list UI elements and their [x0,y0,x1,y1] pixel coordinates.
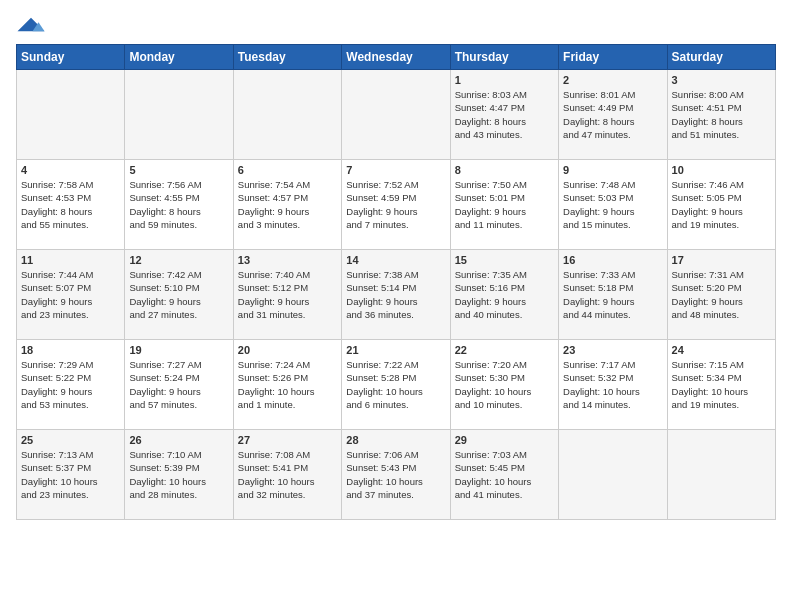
calendar-cell: 4Sunrise: 7:58 AM Sunset: 4:53 PM Daylig… [17,160,125,250]
day-info: Sunrise: 7:31 AM Sunset: 5:20 PM Dayligh… [672,268,771,321]
calendar-cell [17,70,125,160]
day-info: Sunrise: 7:46 AM Sunset: 5:05 PM Dayligh… [672,178,771,231]
day-number: 3 [672,74,771,86]
day-number: 18 [21,344,120,356]
day-info: Sunrise: 7:48 AM Sunset: 5:03 PM Dayligh… [563,178,662,231]
day-info: Sunrise: 7:52 AM Sunset: 4:59 PM Dayligh… [346,178,445,231]
calendar-cell: 26Sunrise: 7:10 AM Sunset: 5:39 PM Dayli… [125,430,233,520]
day-info: Sunrise: 8:01 AM Sunset: 4:49 PM Dayligh… [563,88,662,141]
day-info: Sunrise: 7:06 AM Sunset: 5:43 PM Dayligh… [346,448,445,501]
day-number: 11 [21,254,120,266]
day-info: Sunrise: 7:42 AM Sunset: 5:10 PM Dayligh… [129,268,228,321]
day-number: 23 [563,344,662,356]
day-number: 2 [563,74,662,86]
calendar-cell: 12Sunrise: 7:42 AM Sunset: 5:10 PM Dayli… [125,250,233,340]
calendar-table: SundayMondayTuesdayWednesdayThursdayFrid… [16,44,776,520]
day-number: 8 [455,164,554,176]
day-number: 10 [672,164,771,176]
day-number: 7 [346,164,445,176]
day-info: Sunrise: 7:44 AM Sunset: 5:07 PM Dayligh… [21,268,120,321]
day-number: 9 [563,164,662,176]
day-info: Sunrise: 7:40 AM Sunset: 5:12 PM Dayligh… [238,268,337,321]
day-info: Sunrise: 7:22 AM Sunset: 5:28 PM Dayligh… [346,358,445,411]
day-info: Sunrise: 7:10 AM Sunset: 5:39 PM Dayligh… [129,448,228,501]
day-info: Sunrise: 7:24 AM Sunset: 5:26 PM Dayligh… [238,358,337,411]
day-number: 17 [672,254,771,266]
day-info: Sunrise: 7:03 AM Sunset: 5:45 PM Dayligh… [455,448,554,501]
calendar-cell [125,70,233,160]
calendar-cell [667,430,775,520]
calendar-cell: 13Sunrise: 7:40 AM Sunset: 5:12 PM Dayli… [233,250,341,340]
calendar-cell: 8Sunrise: 7:50 AM Sunset: 5:01 PM Daylig… [450,160,558,250]
weekday-header: Sunday [17,45,125,70]
weekday-header: Saturday [667,45,775,70]
day-number: 21 [346,344,445,356]
day-info: Sunrise: 7:15 AM Sunset: 5:34 PM Dayligh… [672,358,771,411]
day-number: 13 [238,254,337,266]
day-number: 5 [129,164,228,176]
calendar-cell: 27Sunrise: 7:08 AM Sunset: 5:41 PM Dayli… [233,430,341,520]
calendar-cell: 7Sunrise: 7:52 AM Sunset: 4:59 PM Daylig… [342,160,450,250]
header [16,16,776,36]
calendar-cell: 18Sunrise: 7:29 AM Sunset: 5:22 PM Dayli… [17,340,125,430]
logo-icon [16,16,46,36]
calendar-cell: 3Sunrise: 8:00 AM Sunset: 4:51 PM Daylig… [667,70,775,160]
day-info: Sunrise: 7:38 AM Sunset: 5:14 PM Dayligh… [346,268,445,321]
day-info: Sunrise: 7:27 AM Sunset: 5:24 PM Dayligh… [129,358,228,411]
day-number: 6 [238,164,337,176]
day-number: 25 [21,434,120,446]
calendar-cell: 15Sunrise: 7:35 AM Sunset: 5:16 PM Dayli… [450,250,558,340]
calendar-cell: 11Sunrise: 7:44 AM Sunset: 5:07 PM Dayli… [17,250,125,340]
day-number: 16 [563,254,662,266]
calendar-cell: 6Sunrise: 7:54 AM Sunset: 4:57 PM Daylig… [233,160,341,250]
calendar-cell: 5Sunrise: 7:56 AM Sunset: 4:55 PM Daylig… [125,160,233,250]
day-info: Sunrise: 7:33 AM Sunset: 5:18 PM Dayligh… [563,268,662,321]
day-number: 24 [672,344,771,356]
day-info: Sunrise: 7:54 AM Sunset: 4:57 PM Dayligh… [238,178,337,231]
calendar-cell: 24Sunrise: 7:15 AM Sunset: 5:34 PM Dayli… [667,340,775,430]
day-number: 29 [455,434,554,446]
logo [16,16,48,36]
calendar-cell: 17Sunrise: 7:31 AM Sunset: 5:20 PM Dayli… [667,250,775,340]
calendar-cell [559,430,667,520]
day-info: Sunrise: 7:13 AM Sunset: 5:37 PM Dayligh… [21,448,120,501]
weekday-header: Thursday [450,45,558,70]
day-info: Sunrise: 7:56 AM Sunset: 4:55 PM Dayligh… [129,178,228,231]
calendar-cell: 9Sunrise: 7:48 AM Sunset: 5:03 PM Daylig… [559,160,667,250]
day-number: 19 [129,344,228,356]
day-info: Sunrise: 7:50 AM Sunset: 5:01 PM Dayligh… [455,178,554,231]
calendar-cell: 1Sunrise: 8:03 AM Sunset: 4:47 PM Daylig… [450,70,558,160]
day-number: 22 [455,344,554,356]
calendar-cell: 29Sunrise: 7:03 AM Sunset: 5:45 PM Dayli… [450,430,558,520]
day-info: Sunrise: 7:17 AM Sunset: 5:32 PM Dayligh… [563,358,662,411]
calendar-cell: 21Sunrise: 7:22 AM Sunset: 5:28 PM Dayli… [342,340,450,430]
weekday-header: Tuesday [233,45,341,70]
calendar-cell [233,70,341,160]
day-number: 28 [346,434,445,446]
day-info: Sunrise: 7:08 AM Sunset: 5:41 PM Dayligh… [238,448,337,501]
day-info: Sunrise: 7:20 AM Sunset: 5:30 PM Dayligh… [455,358,554,411]
weekday-header: Friday [559,45,667,70]
calendar-cell: 20Sunrise: 7:24 AM Sunset: 5:26 PM Dayli… [233,340,341,430]
calendar-cell: 19Sunrise: 7:27 AM Sunset: 5:24 PM Dayli… [125,340,233,430]
calendar-cell: 2Sunrise: 8:01 AM Sunset: 4:49 PM Daylig… [559,70,667,160]
weekday-header: Monday [125,45,233,70]
calendar-cell [342,70,450,160]
calendar-cell: 23Sunrise: 7:17 AM Sunset: 5:32 PM Dayli… [559,340,667,430]
day-number: 26 [129,434,228,446]
calendar-cell: 14Sunrise: 7:38 AM Sunset: 5:14 PM Dayli… [342,250,450,340]
calendar-cell: 25Sunrise: 7:13 AM Sunset: 5:37 PM Dayli… [17,430,125,520]
weekday-header: Wednesday [342,45,450,70]
calendar-cell: 22Sunrise: 7:20 AM Sunset: 5:30 PM Dayli… [450,340,558,430]
day-info: Sunrise: 8:03 AM Sunset: 4:47 PM Dayligh… [455,88,554,141]
day-number: 14 [346,254,445,266]
calendar-cell: 28Sunrise: 7:06 AM Sunset: 5:43 PM Dayli… [342,430,450,520]
day-number: 27 [238,434,337,446]
day-info: Sunrise: 8:00 AM Sunset: 4:51 PM Dayligh… [672,88,771,141]
day-info: Sunrise: 7:29 AM Sunset: 5:22 PM Dayligh… [21,358,120,411]
day-number: 12 [129,254,228,266]
day-number: 4 [21,164,120,176]
day-info: Sunrise: 7:35 AM Sunset: 5:16 PM Dayligh… [455,268,554,321]
day-number: 1 [455,74,554,86]
day-number: 20 [238,344,337,356]
